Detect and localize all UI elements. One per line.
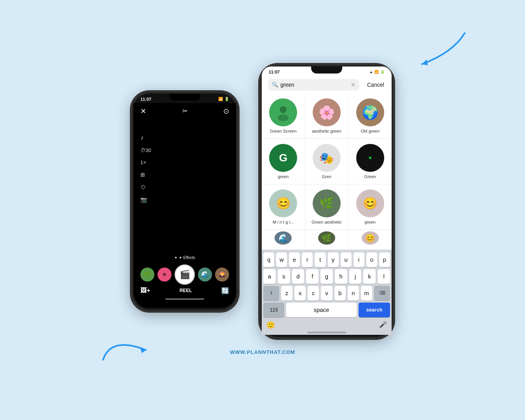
- cancel-button[interactable]: Cancel: [367, 82, 384, 88]
- key-g[interactable]: g: [320, 269, 333, 284]
- right-status-icons: ▲ 📶 🔋: [369, 70, 385, 74]
- right-home-indicator: [307, 332, 346, 333]
- effect-green-g[interactable]: G green: [262, 139, 305, 184]
- key-b[interactable]: b: [334, 286, 346, 301]
- key-l[interactable]: l: [378, 269, 390, 284]
- effect-green-aesthetic[interactable]: 🌿 Green aesthetic: [305, 184, 348, 229]
- left-side-icons: ♪ ⏱30 1× ⊞ ⏲ 📷: [140, 134, 151, 203]
- effect-green-icon[interactable]: 🌿: [140, 268, 154, 282]
- speed-1x-icon[interactable]: 1×: [140, 159, 151, 165]
- effect-mint[interactable]: 😊 M i n t g r...: [262, 184, 305, 229]
- svg-point-1: [280, 106, 287, 113]
- effect-green-dark-label: Green: [364, 174, 376, 179]
- arrow-right-annotation: [399, 29, 469, 80]
- key-e[interactable]: e: [289, 252, 300, 267]
- keyboard-row-4: 123 space search: [263, 303, 390, 317]
- effect-mint-label: M i n t g r...: [273, 220, 294, 224]
- svg-marker-3: [422, 60, 428, 65]
- countdown-icon[interactable]: ⏲: [140, 184, 151, 190]
- key-shift[interactable]: ⇧: [263, 286, 279, 301]
- effect-gren-avatar: 🎭: [313, 144, 341, 172]
- effect-aesthetic-green[interactable]: 🌸 aesthetic green: [305, 94, 348, 139]
- key-backspace[interactable]: ⌫: [374, 286, 390, 301]
- key-d[interactable]: d: [292, 269, 304, 284]
- effects-badge[interactable]: ✦ ✦ Effects: [170, 254, 199, 261]
- settings-icon[interactable]: ⊙: [223, 107, 229, 116]
- scissors-icon[interactable]: ✂: [182, 107, 187, 115]
- key-n[interactable]: n: [348, 286, 359, 301]
- right-notch: [311, 66, 342, 74]
- music-icon[interactable]: ♪: [140, 134, 151, 141]
- keyboard-bottom-bar: 🙂 🎤: [263, 319, 390, 330]
- key-c[interactable]: c: [308, 286, 319, 301]
- left-phone: 11:07 📶 🔋 ✕ ✂ ⊙ ♪ ⏱30 1× ⊞ ⏲ 📷: [132, 93, 237, 310]
- gallery-icon[interactable]: 🖼+: [140, 287, 150, 294]
- arrow-left-annotation: [99, 329, 161, 368]
- key-h[interactable]: h: [335, 269, 347, 284]
- key-z[interactable]: z: [281, 286, 292, 301]
- key-w[interactable]: w: [276, 252, 287, 267]
- clear-button[interactable]: ✕: [351, 82, 355, 88]
- bottom-icons-row: 🌿 ✳ 🎬 🌊 🌄: [139, 264, 231, 285]
- effect-green-screen[interactable]: Green Screen: [262, 94, 305, 139]
- layout-icon[interactable]: ⊞: [140, 172, 151, 178]
- key-123[interactable]: 123: [263, 303, 284, 317]
- effect-row4-3-avatar: 😊: [362, 231, 379, 245]
- key-y[interactable]: y: [328, 252, 339, 267]
- effect-row4-1[interactable]: 🌊: [262, 230, 305, 249]
- effect-old-green-label: Old green: [361, 129, 380, 133]
- effect-brown-icon[interactable]: 🌄: [215, 268, 229, 282]
- timer-30-icon[interactable]: ⏱30: [140, 147, 151, 153]
- key-k[interactable]: k: [363, 269, 376, 284]
- mic-button[interactable]: 🎤: [379, 321, 387, 329]
- search-input[interactable]: [280, 82, 348, 88]
- search-bar: 🔍 ✕: [268, 79, 359, 91]
- key-r[interactable]: r: [302, 252, 313, 267]
- effect-green3-avatar: 😊: [356, 189, 384, 217]
- effect-green-dark-avatar: ✦: [356, 144, 384, 172]
- right-time: 11:07: [269, 70, 280, 74]
- right-phone-body: 🔍 ✕ Cancel Green Screen 🌸: [262, 76, 392, 335]
- effect-green3[interactable]: 😊 green: [348, 184, 392, 229]
- key-q[interactable]: q: [263, 252, 274, 267]
- effect-green-g-avatar: G: [269, 144, 297, 172]
- effect-row4-3[interactable]: 😊: [348, 230, 392, 249]
- key-search[interactable]: search: [359, 303, 390, 317]
- effect-gren[interactable]: 🎭 Gren: [305, 139, 348, 184]
- effect-main-reel-icon[interactable]: 🎬: [175, 264, 195, 285]
- effects-label: ✦ Effects: [179, 256, 195, 260]
- key-j[interactable]: j: [349, 269, 362, 284]
- effect-aesthetic-green-avatar: 🌸: [313, 98, 341, 126]
- keyboard: q w e r t y u i o p a s d f g h: [262, 250, 392, 335]
- key-o[interactable]: o: [366, 252, 377, 267]
- key-u[interactable]: u: [341, 252, 352, 267]
- effect-pink-icon[interactable]: ✳: [158, 268, 172, 282]
- key-s[interactable]: s: [278, 269, 290, 284]
- effects-star-icon: ✦: [174, 256, 177, 260]
- key-f[interactable]: f: [306, 269, 318, 284]
- home-indicator: [165, 298, 204, 300]
- close-button[interactable]: ✕: [140, 107, 146, 116]
- flip-camera-icon[interactable]: 🔄: [221, 287, 229, 294]
- effect-row4-2[interactable]: 🌿: [305, 230, 348, 249]
- svg-point-2: [278, 114, 289, 121]
- left-time: 11:07: [140, 97, 151, 102]
- effect-mint-avatar: 😊: [269, 189, 297, 217]
- effect-green-screen-label: Green Screen: [270, 129, 296, 133]
- emoji-button[interactable]: 🙂: [266, 321, 275, 329]
- key-i[interactable]: i: [354, 252, 364, 267]
- key-x[interactable]: x: [294, 286, 306, 301]
- effect-teal-icon[interactable]: 🌊: [198, 268, 212, 282]
- key-p[interactable]: p: [379, 252, 390, 267]
- effect-old-green[interactable]: 🌍 Old green: [348, 94, 392, 139]
- key-t[interactable]: t: [315, 252, 326, 267]
- key-v[interactable]: v: [321, 286, 332, 301]
- effect-green-dark[interactable]: ✦ Green: [348, 139, 392, 184]
- effect-old-green-avatar: 🌍: [356, 98, 384, 126]
- camera-icon[interactable]: 📷: [140, 196, 151, 203]
- key-m[interactable]: m: [361, 286, 372, 301]
- phones-container: 11:07 📶 🔋 ✕ ✂ ⊙ ♪ ⏱30 1× ⊞ ⏲ 📷: [132, 65, 393, 338]
- key-a[interactable]: a: [263, 269, 276, 284]
- key-space[interactable]: space: [286, 303, 357, 317]
- reel-bar: 🖼+ REEL 🔄: [139, 285, 231, 297]
